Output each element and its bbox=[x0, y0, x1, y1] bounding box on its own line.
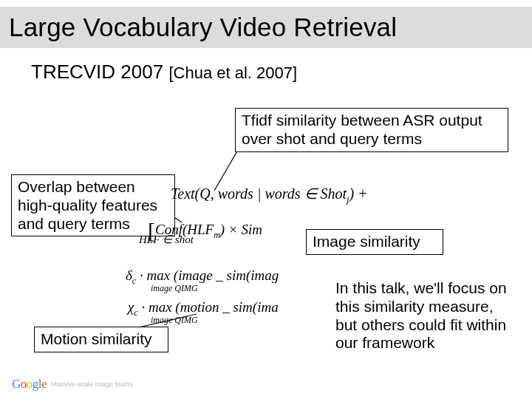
logo-letter: e bbox=[41, 377, 47, 391]
formula-text: · max (motion _ sim(ima bbox=[138, 299, 279, 315]
formula-line-7: image QIMG bbox=[151, 315, 198, 326]
formula-line-5: image QIMG bbox=[151, 283, 198, 294]
google-logo: Google Massive-scale image teams bbox=[12, 377, 133, 392]
formula-text: image QIMG bbox=[151, 315, 198, 325]
formula-line-4: δc · max (image _ sim(imag bbox=[126, 267, 279, 287]
subtitle-text: TRECVID 2007 bbox=[31, 61, 163, 83]
formula-text: image QIMG bbox=[151, 283, 198, 293]
formula-text: · max (image _ sim(imag bbox=[136, 267, 279, 283]
slide-title: Large Vocabulary Video Retrieval bbox=[9, 13, 397, 42]
logo-letter: G bbox=[12, 377, 21, 391]
formula-sub: m bbox=[214, 230, 220, 240]
formula-text: Text bbox=[171, 185, 195, 202]
logo-text: Google bbox=[12, 377, 47, 392]
logo-letter: o bbox=[27, 377, 33, 391]
logo-tagline: Massive-scale image teams bbox=[51, 381, 133, 388]
citation: [Chua et al. 2007] bbox=[168, 64, 297, 82]
logo-letter: o bbox=[21, 377, 27, 391]
logo-letter: g bbox=[33, 377, 38, 391]
annotation-motion: Motion similarity bbox=[34, 327, 168, 352]
formula-line-1: Text(Q, words | words ∈ Shotj) + bbox=[171, 185, 368, 205]
subtitle: TRECVID 2007 [Chua et al. 2007] bbox=[31, 61, 297, 83]
formula-line-3: HLF ∈ shot bbox=[139, 233, 194, 246]
formula-text: (Q, words | words ∈ Shot bbox=[195, 185, 347, 202]
annotation-image: Image similarity bbox=[306, 229, 443, 255]
formula-text: ) + bbox=[349, 185, 367, 202]
annotation-tfidf: Tfidf similarity between ASR output over… bbox=[235, 108, 508, 152]
formula-text: δ bbox=[126, 267, 132, 283]
formula-text: HLF ∈ shot bbox=[139, 233, 194, 245]
title-bar: Large Vocabulary Video Retrieval bbox=[0, 7, 532, 48]
formula-text: ) × Sim bbox=[220, 222, 262, 237]
focus-note: In this talk, we'll focus on this simila… bbox=[335, 279, 516, 352]
